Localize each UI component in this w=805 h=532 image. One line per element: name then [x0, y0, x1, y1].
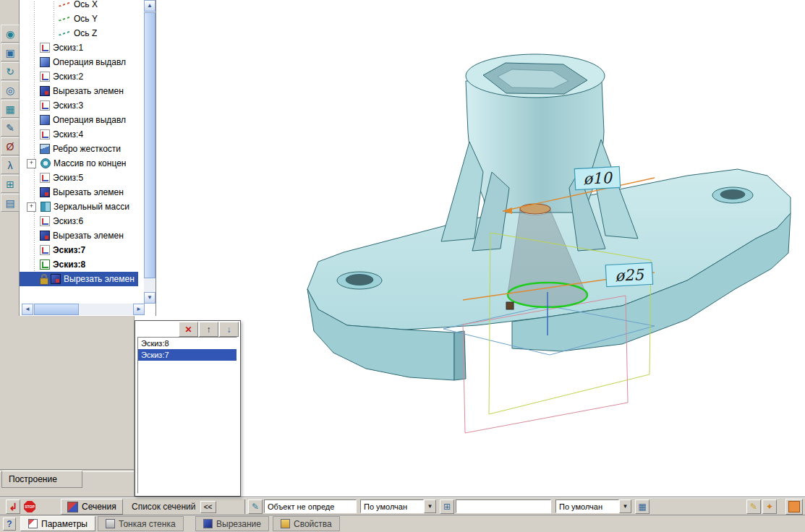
sketch-icon [40, 173, 50, 183]
create-object-button[interactable]: ↲ [6, 499, 20, 514]
tree-item-9[interactable]: Операция выдавл [20, 113, 129, 127]
dimension-label-d10[interactable]: ø10 [574, 166, 620, 189]
tree-item-label: Эскиз:2 [53, 72, 83, 82]
sections-icon [67, 502, 78, 512]
edit-object-button[interactable]: ✎ [248, 499, 263, 514]
delete-section-icon: ✕ [184, 325, 192, 335]
tool-layers-button[interactable]: ▤ [1, 194, 20, 212]
horizontal-scroll-thumb[interactable] [34, 304, 79, 315]
interrupt-command-button[interactable]: STOP [22, 499, 37, 514]
tree-item-label: Массив по концен [54, 158, 126, 168]
tree-item-13[interactable]: Эскиз:5 [20, 171, 87, 185]
tree-item-7[interactable]: Вырезать элемен [20, 84, 127, 98]
help-button[interactable]: ? [3, 518, 16, 531]
tab-тонкая-стенка[interactable]: Тонкая стенка [98, 516, 184, 531]
tree-item-6[interactable]: Эскиз:2 [20, 69, 87, 84]
tab-вырезание[interactable]: Вырезание [195, 516, 269, 531]
grid-button[interactable]: ⊞ [440, 499, 454, 514]
feature-tree-panel: Ось XОсь YОсь ZЭскиз:1Операция выдавлЭск… [20, 0, 156, 316]
tool-sketch-icon: ✎ [6, 122, 14, 134]
tree-item-4[interactable]: Эскиз:1 [20, 40, 87, 55]
tree-vertical-scrollbar[interactable]: ▲ ▼ [144, 0, 156, 304]
tree-item-5[interactable]: Операция выдавл [20, 55, 129, 69]
tree-item-20[interactable]: Вырезать элемен [20, 272, 138, 286]
tree-item-10[interactable]: Эскиз:4 [20, 127, 87, 142]
tree-item-19[interactable]: Эскиз:8 [20, 257, 89, 272]
tool-select-button[interactable]: ◉ [1, 25, 20, 43]
orange-star-icon: ✦ [766, 502, 773, 512]
rib-icon [40, 144, 50, 154]
cut-icon [40, 231, 50, 241]
chevron-down-icon[interactable]: ▼ [619, 499, 631, 513]
chevron-down-icon[interactable]: ▼ [424, 499, 436, 513]
edit-yellow-button[interactable]: ✎ [746, 499, 761, 514]
orange-tool-button[interactable]: ✦ [762, 499, 777, 514]
object-status-text: Объект не опреде [268, 502, 334, 511]
section-list-item-1[interactable]: Эскиз:8 [138, 338, 237, 349]
tool-grid-button[interactable]: ⊞ [1, 175, 20, 193]
tree-item-3[interactable]: Ось Z [20, 26, 101, 40]
tool-shading-button[interactable]: ▦ [1, 100, 20, 118]
scroll-down-button[interactable]: ▼ [144, 292, 156, 304]
move-section-down-icon: ↓ [227, 325, 231, 335]
section-list-item-2[interactable]: Эскиз:7 [138, 349, 237, 361]
tool-sketch-button[interactable]: ✎ [1, 119, 20, 137]
axis-x-icon [59, 1, 71, 7]
tree-item-12[interactable]: +Массив по концен [20, 156, 129, 171]
tool-orientation-button[interactable]: ◎ [1, 81, 20, 99]
move-section-up-button[interactable]: ↑ [199, 322, 218, 337]
tool-geometry-button[interactable]: ▣ [1, 43, 20, 61]
tree-item-8[interactable]: Эскиз:3 [20, 98, 87, 113]
sections-list[interactable]: Эскиз:8Эскиз:7 [137, 337, 237, 494]
expand-icon[interactable]: + [27, 202, 36, 212]
tab-свойства[interactable]: Свойства [273, 516, 340, 531]
tab-label: Свойства [294, 519, 332, 529]
tree-item-15[interactable]: +Зеркальный масси [20, 200, 133, 214]
tree-item-label: Вырезать элемен [53, 231, 124, 241]
tree-item-17[interactable]: Вырезать элемен [20, 228, 127, 243]
combo-1-value: По умолчан [360, 499, 424, 513]
vertical-scroll-thumb[interactable] [144, 12, 156, 278]
tree-item-11[interactable]: Ребро жесткости [20, 142, 124, 156]
model-viewport[interactable]: ø10 ø25 [156, 0, 805, 497]
thinwall-tab-icon [106, 519, 115, 528]
tree-item-2[interactable]: Ось Y [20, 12, 101, 26]
tree-item-label: Ось X [74, 0, 98, 9]
expand-icon[interactable]: + [27, 159, 36, 168]
tree-item-1[interactable]: Ось X [20, 0, 101, 12]
tree-item-label: Эскиз:3 [53, 100, 83, 111]
property-bar: ↲ STOP Сечения Список сечений << ✎ Объек… [0, 497, 805, 515]
scroll-left-button[interactable]: ◄ [22, 304, 33, 315]
move-section-down-button[interactable]: ↓ [219, 322, 239, 337]
axis-z-icon [59, 30, 71, 35]
mirror-icon [41, 202, 51, 212]
combo-default-2[interactable]: По умолчан ▼ [555, 499, 631, 513]
tab-construction[interactable]: Построение [1, 471, 82, 488]
tree-item-14[interactable]: Вырезать элемен [20, 185, 127, 200]
hatch-icon: ▦ [638, 502, 646, 512]
sketch-point-marker[interactable] [506, 302, 514, 309]
tree-horizontal-scrollbar[interactable]: ◄ ► [22, 304, 145, 315]
tab-параметры[interactable]: Параметры [20, 516, 95, 531]
dimension-label-d25[interactable]: ø25 [605, 262, 652, 286]
tree-item-18[interactable]: Эскиз:7 [20, 243, 89, 257]
color-swatch-button[interactable] [785, 499, 803, 515]
scroll-up-button[interactable]: ▲ [144, 0, 156, 12]
collapse-list-button[interactable]: << [200, 501, 216, 513]
delete-section-button[interactable]: ✕ [179, 322, 198, 337]
tool-variables-button[interactable]: λ [1, 156, 20, 174]
sections-list-panel: ✕↑↓ Эскиз:8Эскиз:7 [135, 320, 241, 497]
tree-item-16[interactable]: Эскиз:6 [20, 214, 87, 228]
scroll-right-button[interactable]: ► [133, 304, 145, 315]
sketch-icon [40, 72, 50, 82]
tool-rotate-view-button[interactable]: ↻ [1, 62, 20, 80]
object-status-field[interactable]: Объект не опреде [264, 499, 357, 513]
create-object-icon: ↲ [9, 501, 17, 512]
hatch-button[interactable]: ▦ [635, 499, 649, 514]
tab-sections[interactable]: Сечения [61, 499, 123, 515]
tab-construction-label: Построение [9, 474, 57, 484]
combo-default-1[interactable]: По умолчан ▼ [360, 499, 436, 513]
empty-field[interactable] [456, 499, 551, 513]
tool-diameter-button[interactable]: Ø [1, 137, 20, 155]
sketch-icon [40, 245, 50, 255]
